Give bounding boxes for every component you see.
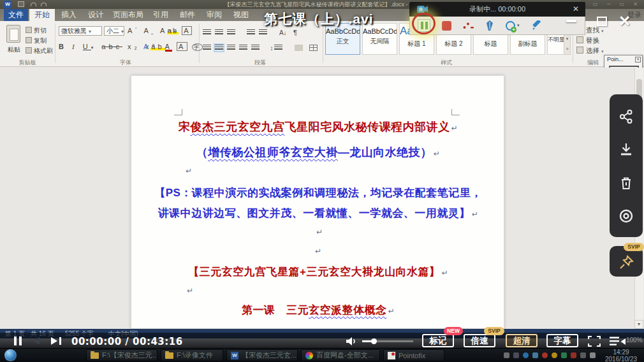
cut-button[interactable]: 剪切 [26,26,47,35]
folder-icon [91,352,99,359]
mark-new-badge: NEW [444,327,463,335]
taskbar-item-folder2[interactable]: F:\录像文件 [161,349,223,361]
clipboard-group-label: 剪贴板 [8,59,47,67]
tray-app-icon[interactable] [532,352,538,358]
folder-icon [165,352,173,359]
scrollbar-down-arrow[interactable]: ▼ [634,320,643,329]
tray-keyboard-icon[interactable] [504,352,509,358]
next-button[interactable] [51,337,57,345]
paragraph-mark: ↵ [187,286,193,295]
paragraph-group-label: 段落 [241,59,279,67]
player-minimize-button[interactable] [566,20,576,22]
recorder-pin-icon[interactable] [485,20,494,31]
next-button-bar [59,337,61,345]
pause-button[interactable] [19,337,22,345]
document-page[interactable]: 宋俊杰三元玄空九宫飞星阳宅风水秘传课程内部讲义↵ （增传杨公祖师爷玄空大褂—龙山… [131,75,504,329]
group-divider [323,24,323,63]
alignment-icons[interactable]: ↕ [203,41,321,53]
time-display: 00:00:00 / 00:43:16 [71,336,183,347]
video-player-window: 【宋俊杰三元玄空九宫飞星阳宅风水秘传课程内部讲义配套笔记】.docx - Wor… [0,0,644,362]
tab-home[interactable]: 开始 [29,9,55,21]
recorder-close-icon[interactable]: ✕ [573,2,579,17]
font-size-select[interactable]: 小二▾ [104,26,124,36]
select-button[interactable]: 选择 ▾ [576,47,603,55]
copy-button[interactable]: 复制 [26,36,47,45]
record-icon[interactable] [618,208,634,224]
tray-coin-icon[interactable] [552,352,557,358]
recorder-webcam-button[interactable]: ▾ [506,21,520,31]
mark-button[interactable]: 标记 [422,334,454,347]
redo-icon[interactable] [41,3,47,6]
pin-svip-badge: SVIP [624,243,644,251]
font-group-label: 字体 [106,59,145,67]
styles-group-label: 样式 [427,59,465,67]
save-icon[interactable] [18,1,24,7]
start-button[interactable] [4,349,17,361]
recorder-status-text: 录制中... 00:00:00 [469,5,525,13]
recorder-pen-icon[interactable] [531,20,542,31]
taskbar-item-word[interactable]: W 【宋俊杰三元玄... [226,349,298,361]
clear-format-icons[interactable]: ab A [167,27,192,34]
recorder-steps-icon[interactable] [463,22,474,29]
tab-layout[interactable]: 页面布局 [110,9,147,21]
subtitle-button[interactable]: 字幕 [546,334,578,347]
painter-button[interactable]: 格式刷 [26,47,53,55]
taskbar-clock[interactable]: 14:29 2016/10/23 [600,349,642,362]
share-icon[interactable] [618,108,634,125]
doc-lesson-line: 第一课 三元玄空派整体概念↵ [131,303,505,317]
taskbar-item-folder1[interactable]: F:\【宋俊杰三元... [86,349,157,361]
taskbar-item-pointofix[interactable]: Pointofix [383,349,444,361]
doc-ps-line1: 【PS：课程中演示的实战案例和调理秘法，均记录在配套笔记里， [131,185,505,200]
document-area: 宋俊杰三元玄空九宫飞星阳宅风水秘传课程内部讲义↵ （增传杨公祖师爷玄空大褂—龙山… [0,68,644,329]
pointofix-close-icon[interactable]: ✕ [635,57,641,62]
download-icon[interactable] [618,141,634,158]
system-tray[interactable] [504,352,596,358]
player-side-panel [610,94,643,237]
volume-icon[interactable] [346,337,357,346]
taskbar-item-baidu[interactable]: 百度网盘-全部文... [301,349,380,361]
doc-title-line: 宋俊杰三元玄空九宫飞星阳宅风水秘传课程内部讲义↵ [131,119,505,134]
group-divider [55,24,55,63]
pointofix-title: Poin... [607,56,624,62]
volume-knob[interactable] [371,338,377,344]
playlist-icon[interactable] [610,337,626,346]
quality-button[interactable]: 超清 [506,334,538,347]
doc-section-line: 【三元玄空九宫飞星篇+三元玄空大褂龙山向水篇】↵ [131,264,505,279]
player-close-button[interactable]: ✕ [618,13,631,30]
tab-references[interactable]: 引用 [148,9,173,21]
paragraph-mark: ↵ [316,228,323,236]
crop-mark-right [451,109,460,115]
player-maximize-button[interactable] [597,17,607,26]
previous-button[interactable] [33,337,40,345]
speed-svip-badge: SVIP [484,327,504,335]
tab-file[interactable]: 文件 [4,9,28,21]
tray-shield-icon[interactable] [561,352,567,358]
word-window-buttons[interactable]: ▭ ─ ▭ ✕ [593,1,641,7]
paragraph-mark: ↵ [186,166,192,175]
fullscreen-icon[interactable] [588,336,601,347]
chevron-down-icon[interactable]: ▾ [517,23,520,28]
font-color-icons[interactable]: AabA A 字 [143,43,203,52]
tray-arrow-icon[interactable] [513,352,519,358]
pinwheel-icon [305,352,313,359]
paragraph-mark: ↵ [315,247,321,256]
undo-icon[interactable] [31,3,36,6]
pause-button[interactable] [14,337,17,345]
tray-volume-icon[interactable] [590,352,596,358]
delete-icon[interactable] [618,175,634,191]
font-style-icons[interactable]: B I U▾ abc x₂ x² [59,43,157,50]
tray-network-icon[interactable] [523,352,529,358]
replace-button[interactable]: 替换 [576,36,599,45]
player-control-bar: 100% 00:00:00 / 00:43:16 标记 倍速 超清 字幕 [0,333,644,349]
word-zoom-level: 100% [626,337,643,344]
paste-button[interactable] [6,25,20,43]
tray-qq-icon[interactable] [542,352,548,358]
tray-window-icon[interactable] [580,352,586,358]
font-name-select[interactable]: 微软雅黑▾ [59,26,102,36]
windows-taskbar: F:\【宋俊杰三元... F:\录像文件 W 【宋俊杰三元玄... 百度网盘-全… [0,348,644,362]
tab-design[interactable]: 设计 [83,9,108,21]
word-icon: W [231,352,238,359]
speed-button[interactable]: 倍速 [464,334,495,347]
tab-insert[interactable]: 插入 [56,9,82,21]
tray-security-icon[interactable] [571,352,576,358]
